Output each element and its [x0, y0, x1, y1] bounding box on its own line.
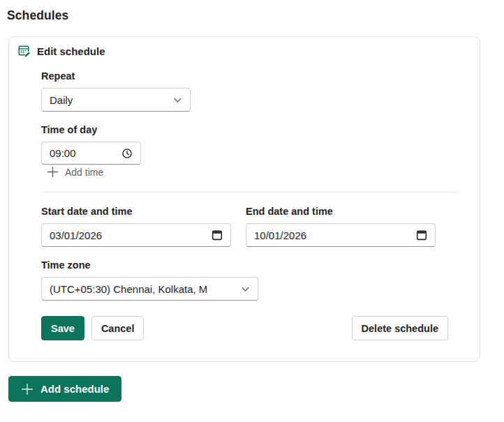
- start-date-label: Start date and time: [41, 204, 231, 218]
- cancel-button[interactable]: Cancel: [91, 316, 144, 340]
- timezone-label: Time zone: [41, 258, 448, 272]
- repeat-value: Daily: [50, 94, 73, 106]
- section-divider: [41, 192, 457, 193]
- chevron-down-icon: [241, 285, 250, 294]
- end-date-input[interactable]: 10/01/2026: [246, 223, 436, 247]
- actions-row: Save Cancel Delete schedule: [41, 316, 448, 340]
- add-time-label: Add time: [65, 167, 103, 178]
- start-date-field: Start date and time 03/01/2026: [41, 204, 231, 247]
- time-of-day-label: Time of day: [41, 123, 448, 137]
- timezone-dropdown[interactable]: (UTC+05:30) Chennai, Kolkata, M: [41, 277, 258, 301]
- calendar-icon[interactable]: [212, 229, 223, 241]
- card-header: Edit schedule: [9, 44, 448, 58]
- card-body: Repeat Daily Time of day 09:00 Add t: [9, 69, 448, 340]
- calendar-edit-icon: [17, 44, 31, 58]
- clock-icon[interactable]: [121, 148, 133, 159]
- repeat-dropdown[interactable]: Daily: [41, 88, 191, 112]
- add-schedule-label: Add schedule: [40, 383, 109, 395]
- add-time-button[interactable]: Add time: [47, 166, 103, 178]
- end-date-value: 10/01/2026: [254, 229, 306, 241]
- page-title: Schedules: [7, 7, 504, 24]
- start-date-input[interactable]: 03/01/2026: [41, 223, 231, 247]
- add-schedule-button[interactable]: Add schedule: [8, 376, 121, 402]
- repeat-label: Repeat: [41, 69, 448, 83]
- edit-schedule-card: Edit schedule Repeat Daily Time of day 0…: [8, 36, 480, 362]
- save-button[interactable]: Save: [41, 316, 84, 340]
- start-date-value: 03/01/2026: [50, 229, 102, 241]
- calendar-icon[interactable]: [416, 229, 427, 241]
- timezone-value: (UTC+05:30) Chennai, Kolkata, M: [50, 283, 207, 295]
- delete-schedule-button[interactable]: Delete schedule: [352, 316, 448, 340]
- time-of-day-value: 09:00: [50, 147, 76, 159]
- date-range-row: Start date and time 03/01/2026 End date …: [41, 204, 448, 247]
- end-date-field: End date and time 10/01/2026: [246, 204, 436, 247]
- plus-icon: [47, 166, 59, 178]
- chevron-down-icon: [173, 96, 182, 105]
- end-date-label: End date and time: [246, 204, 436, 218]
- plus-icon: [21, 383, 34, 395]
- card-title: Edit schedule: [37, 45, 105, 57]
- time-of-day-input[interactable]: 09:00: [41, 142, 141, 165]
